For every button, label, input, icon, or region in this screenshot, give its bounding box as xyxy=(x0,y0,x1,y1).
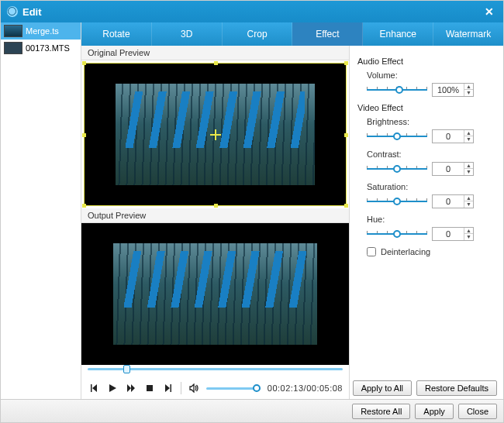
sidebar-item-label: 00173.MTS xyxy=(26,43,70,53)
playback-controls: 00:02:13/00:05:08 xyxy=(81,377,349,399)
brightness-spinbox[interactable]: 0 ▲▼ xyxy=(432,129,474,143)
crosshair-icon xyxy=(210,129,221,140)
spin-up-icon: ▲ xyxy=(464,84,473,90)
crop-handle[interactable] xyxy=(344,61,348,65)
hue-slider[interactable] xyxy=(367,229,427,239)
thumbnail-icon xyxy=(4,25,22,37)
output-preview-label: Output Preview xyxy=(81,208,349,223)
titlebar: Edit ✕ xyxy=(1,1,503,22)
seek-handle[interactable] xyxy=(123,365,130,373)
dialog-footer: Restore All Apply Close xyxy=(1,399,503,422)
volume-slider[interactable] xyxy=(206,387,261,390)
prev-frame-button[interactable] xyxy=(88,382,100,394)
preview-column: Original Preview Output Preview xyxy=(81,46,350,399)
time-display: 00:02:13/00:05:08 xyxy=(268,383,343,393)
next-frame-button[interactable] xyxy=(162,382,174,394)
original-preview-label: Original Preview xyxy=(81,46,349,60)
video-effect-title: Video Effect xyxy=(357,103,495,112)
close-button[interactable]: Close xyxy=(458,404,497,419)
edit-tabs: Rotate 3D Crop Effect Enhance Watermark xyxy=(81,22,503,46)
saturation-spinbox[interactable]: 0 ▲▼ xyxy=(432,194,474,208)
brightness-label: Brightness: xyxy=(367,117,495,126)
window-title: Edit xyxy=(22,6,42,18)
tab-3d[interactable]: 3D xyxy=(152,22,223,46)
spin-down-icon: ▼ xyxy=(464,90,473,96)
tab-rotate[interactable]: Rotate xyxy=(81,22,152,46)
close-icon[interactable]: ✕ xyxy=(482,5,497,18)
video-frame xyxy=(113,243,316,346)
original-preview[interactable] xyxy=(84,63,347,206)
crop-handle[interactable] xyxy=(82,204,86,208)
hue-spinbox[interactable]: 0 ▲▼ xyxy=(432,227,474,241)
saturation-slider[interactable] xyxy=(367,196,427,207)
volume-label: Volume: xyxy=(367,70,495,80)
apply-to-all-button[interactable]: Apply to All xyxy=(353,380,412,396)
sidebar-item-merge[interactable]: Merge.ts xyxy=(1,22,81,40)
crop-handle[interactable] xyxy=(344,204,348,208)
crop-handle[interactable] xyxy=(344,133,348,137)
deinterlacing-input[interactable] xyxy=(367,247,376,256)
deinterlacing-checkbox[interactable]: Deinterlacing xyxy=(367,247,495,256)
file-sidebar: Merge.ts 00173.MTS xyxy=(1,22,81,399)
volume-spinbox[interactable]: 100% ▲▼ xyxy=(432,83,474,97)
thumbnail-icon xyxy=(4,42,22,54)
volume-handle[interactable] xyxy=(253,384,261,392)
crop-handle[interactable] xyxy=(82,133,86,137)
output-preview xyxy=(81,223,349,365)
tab-effect[interactable]: Effect xyxy=(292,22,363,46)
volume-effect-slider[interactable] xyxy=(367,84,427,95)
fast-forward-button[interactable] xyxy=(125,382,137,394)
crop-handle[interactable] xyxy=(214,204,218,208)
brightness-slider[interactable] xyxy=(367,131,427,142)
crop-handle[interactable] xyxy=(214,61,218,65)
app-logo-icon xyxy=(7,6,18,17)
restore-all-button[interactable]: Restore All xyxy=(352,404,410,419)
stop-button[interactable] xyxy=(143,382,156,394)
tab-enhance[interactable]: Enhance xyxy=(363,22,433,46)
svg-rect-0 xyxy=(147,385,153,391)
saturation-label: Saturation: xyxy=(367,182,495,191)
hue-label: Hue: xyxy=(367,215,495,224)
restore-defaults-button[interactable]: Restore Defaults xyxy=(416,380,497,396)
crop-handle[interactable] xyxy=(82,61,86,65)
contrast-label: Contrast: xyxy=(367,150,495,159)
tab-crop[interactable]: Crop xyxy=(223,22,293,46)
tab-watermark[interactable]: Watermark xyxy=(433,22,503,46)
contrast-spinbox[interactable]: 0 ▲▼ xyxy=(432,162,474,176)
apply-button[interactable]: Apply xyxy=(415,404,454,419)
sidebar-item-label: Merge.ts xyxy=(26,26,59,36)
sidebar-item-00173[interactable]: 00173.MTS xyxy=(1,40,81,57)
contrast-slider[interactable] xyxy=(367,163,427,174)
seek-bar[interactable] xyxy=(81,368,349,377)
effect-panel: Audio Effect Volume: 100% ▲▼ Vi xyxy=(350,46,503,399)
volume-icon[interactable] xyxy=(188,382,200,394)
divider xyxy=(181,382,181,394)
play-button[interactable] xyxy=(106,382,119,394)
audio-effect-title: Audio Effect xyxy=(357,57,495,66)
